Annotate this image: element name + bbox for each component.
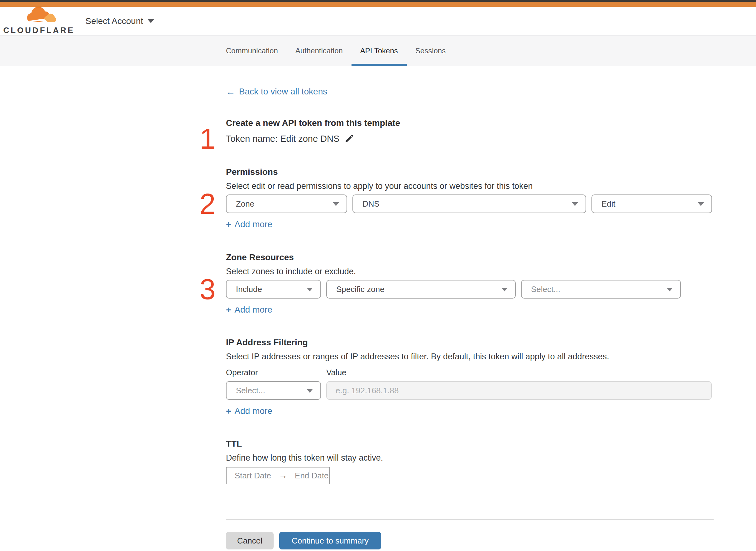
step-number-3: 3: [196, 275, 219, 304]
cloudflare-logo[interactable]: CLOUDFLARE: [10, 7, 68, 35]
ip-filtering-description: Select IP addresses or ranges of IP addr…: [226, 351, 714, 362]
step-number-1: 1: [196, 124, 219, 153]
zone-resources-add-more-link[interactable]: + Add more: [226, 304, 272, 316]
select-value: DNS: [362, 199, 380, 209]
permissions-row: 2 Zone DNS Edit: [226, 194, 714, 213]
chevron-down-icon: [307, 389, 313, 393]
permissions-section: Permissions Select edit or read permissi…: [226, 166, 714, 230]
app-header: CLOUDFLARE Select Account: [0, 7, 756, 35]
account-selector-label: Select Account: [85, 16, 143, 26]
tab-api-tokens[interactable]: API Tokens: [351, 36, 407, 66]
tab-label: API Tokens: [360, 46, 398, 55]
tab-sessions[interactable]: Sessions: [407, 36, 454, 66]
zone-type-select[interactable]: Specific zone: [326, 280, 516, 299]
ttl-heading: TTL: [226, 438, 714, 449]
select-value: Include: [236, 285, 262, 294]
zone-resources-section: Zone Resources Select zones to include o…: [226, 252, 714, 316]
main-content: ← Back to view all tokens Create a new A…: [226, 66, 714, 551]
zone-resources-heading: Zone Resources: [226, 252, 714, 263]
zone-resources-row: 3 Include Specific zone Select...: [226, 280, 714, 299]
ttl-date-range-picker[interactable]: Start Date → End Date: [226, 467, 330, 484]
ip-filtering-labels-row: Operator Value: [226, 368, 714, 378]
step-number-2: 2: [196, 189, 219, 218]
tab-authentication[interactable]: Authentication: [287, 36, 351, 66]
back-arrow-icon: ←: [226, 86, 235, 97]
start-date-placeholder: Start Date: [235, 471, 271, 481]
ip-operator-select[interactable]: Select...: [226, 381, 321, 400]
footer-actions: Cancel Continue to summary: [226, 532, 714, 551]
continue-to-summary-button[interactable]: Continue to summary: [279, 532, 381, 549]
add-more-label: Add more: [235, 304, 272, 316]
tab-bar: Communication Authentication API Tokens …: [0, 35, 756, 66]
token-name-row: 1 Token name: Edit zone DNS: [226, 132, 714, 145]
zone-name-select[interactable]: Select...: [521, 280, 681, 299]
brand-wordmark: CLOUDFLARE: [3, 26, 74, 35]
cloudflare-cloud-icon: [19, 7, 59, 25]
permission-resource-select[interactable]: Zone: [226, 194, 347, 213]
chevron-down-icon: [698, 202, 704, 206]
ip-filtering-heading: IP Address Filtering: [226, 337, 714, 348]
edit-pencil-icon[interactable]: [344, 134, 354, 143]
token-name-section: Create a new API token from this templat…: [226, 117, 714, 145]
token-section-heading: Create a new API token from this templat…: [226, 117, 714, 129]
permission-access-select[interactable]: Edit: [592, 194, 712, 213]
token-name-value: Token name: Edit zone DNS: [226, 132, 339, 145]
brand-orange-bar: [0, 2, 756, 7]
footer-divider: [226, 519, 714, 520]
plus-icon: +: [226, 304, 231, 316]
ip-filtering-add-more-link[interactable]: + Add more: [226, 406, 272, 417]
select-placeholder: Select...: [236, 386, 265, 396]
permissions-description: Select edit or read permissions to apply…: [226, 181, 714, 191]
zone-operator-select[interactable]: Include: [226, 280, 321, 299]
select-value: Edit: [602, 199, 616, 209]
operator-label: Operator: [226, 368, 326, 378]
chevron-down-icon: [307, 288, 313, 292]
chevron-down-icon: [572, 202, 578, 206]
ip-filtering-section: IP Address Filtering Select IP addresses…: [226, 337, 714, 417]
tab-communication[interactable]: Communication: [217, 36, 287, 66]
value-label: Value: [326, 368, 346, 378]
add-more-label: Add more: [235, 219, 272, 230]
chevron-down-icon: [502, 288, 508, 292]
plus-icon: +: [226, 406, 231, 417]
ttl-section: TTL Define how long this token will stay…: [226, 438, 714, 484]
back-link-label: Back to view all tokens: [239, 86, 327, 97]
ttl-description: Define how long this token will stay act…: [226, 453, 714, 463]
right-arrow-icon: →: [278, 471, 287, 481]
permissions-add-more-link[interactable]: + Add more: [226, 219, 272, 230]
chevron-down-icon: [667, 288, 673, 292]
page: CLOUDFLARE Select Account Communication …: [0, 0, 756, 551]
select-value: Zone: [236, 199, 254, 209]
tab-label: Sessions: [416, 46, 446, 55]
add-more-label: Add more: [235, 406, 272, 417]
chevron-down-icon: [147, 19, 154, 23]
tab-label: Authentication: [295, 46, 343, 55]
select-placeholder: Select...: [531, 285, 560, 294]
zone-resources-description: Select zones to include or exclude.: [226, 266, 714, 277]
ip-value-input[interactable]: [326, 381, 712, 400]
permissions-heading: Permissions: [226, 166, 714, 178]
tab-label: Communication: [226, 46, 278, 55]
permission-scope-select[interactable]: DNS: [352, 194, 586, 213]
ip-filtering-row: Select...: [226, 381, 714, 400]
end-date-placeholder: End Date: [295, 471, 328, 481]
chevron-down-icon: [333, 202, 339, 206]
cancel-button[interactable]: Cancel: [226, 532, 273, 549]
select-value: Specific zone: [336, 285, 385, 294]
back-to-tokens-link[interactable]: ← Back to view all tokens: [226, 86, 327, 97]
plus-icon: +: [226, 219, 231, 230]
active-tab-underline: [351, 64, 407, 66]
account-selector[interactable]: Select Account: [85, 16, 154, 26]
